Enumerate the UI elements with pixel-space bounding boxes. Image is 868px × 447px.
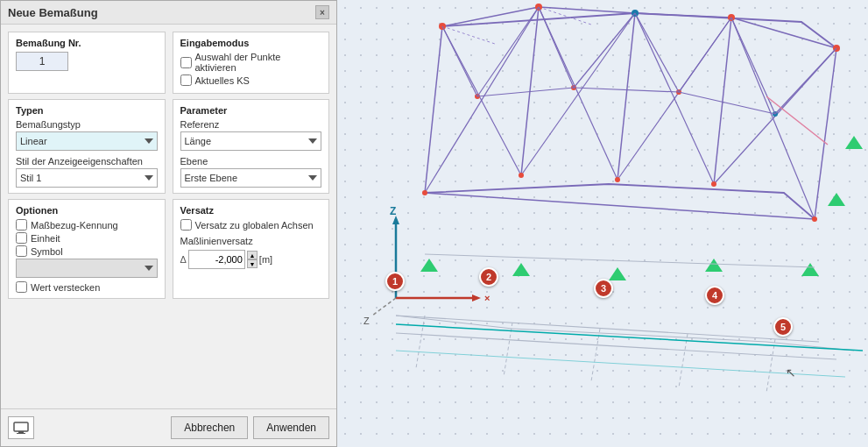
svg-point-59 — [711, 181, 716, 187]
bemassungstyp-select[interactable]: Linear — [16, 131, 158, 151]
svg-marker-50 — [845, 136, 863, 149]
wert-label: Wert verstecken — [31, 282, 100, 293]
svg-line-69 — [635, 13, 679, 92]
svg-line-77 — [425, 254, 815, 267]
versatz-checkbox-row: Versatz zu globalen Achsen — [180, 219, 322, 231]
svg-point-57 — [519, 173, 524, 178]
svg-line-20 — [521, 13, 635, 175]
svg-marker-45 — [512, 263, 530, 276]
versatz-input-wrap: Δ ▲ ▼ [m] — [180, 250, 322, 269]
wert-row: Wert verstecken — [16, 281, 158, 293]
svg-line-75 — [679, 92, 775, 114]
screen-icon — [13, 422, 29, 434]
numbered-point-1: 1 — [385, 272, 405, 291]
svg-line-70 — [679, 18, 731, 92]
close-button[interactable]: × — [315, 5, 329, 19]
eingabemodus-label: Eingabemodus — [180, 38, 322, 48]
referenz-select[interactable]: Länge — [180, 131, 322, 151]
symbol-checkbox[interactable] — [16, 245, 27, 257]
typen-label: Typen — [16, 105, 158, 116]
svg-marker-47 — [705, 259, 723, 272]
svg-line-36 — [679, 334, 688, 387]
svg-rect-2 — [17, 433, 25, 434]
masslinienlabel: Maßlinienversatz — [180, 236, 322, 246]
svg-line-66 — [477, 7, 539, 96]
dialog-body: Bemaßung Nr. Eingabemodus Auswahl der Pu… — [1, 25, 336, 408]
svg-line-27 — [635, 13, 731, 18]
numbered-point-2: 2 — [479, 267, 498, 287]
svg-marker-49 — [828, 193, 845, 206]
auswahl-row: Auswahl der Punkte aktivieren — [180, 52, 322, 73]
svg-point-56 — [422, 190, 427, 195]
svg-line-72 — [775, 48, 836, 114]
versatz-unit: [m] — [259, 254, 272, 265]
optionen-label: Optionen — [16, 205, 158, 216]
viewport: × Z Z — [337, 0, 868, 447]
parameter-label: Parameter — [180, 105, 322, 116]
versatz-section: Versatz Versatz zu globalen Achsen Maßli… — [173, 199, 330, 299]
versatz-input[interactable] — [188, 250, 245, 269]
numbered-point-4: 4 — [705, 286, 724, 305]
delta-symbol: Δ — [180, 254, 187, 265]
spin-up-button[interactable]: ▲ — [247, 251, 258, 259]
svg-line-12 — [815, 48, 836, 219]
symbol-select[interactable] — [16, 259, 158, 278]
anwenden-button[interactable]: Anwenden — [253, 416, 329, 439]
bemassungnr-input[interactable] — [16, 52, 68, 71]
stil-label: Stil der Anzeigeeigenschaften — [16, 156, 158, 167]
ebene-label: Ebene — [180, 156, 322, 167]
footer-icon-button[interactable] — [8, 416, 34, 439]
svg-line-43 — [396, 351, 845, 377]
massbezug-checkbox[interactable] — [16, 219, 27, 231]
einheit-row: Einheit — [16, 232, 158, 244]
row-bottom: Optionen Maßbezug-Kennung Einheit Symbol — [8, 199, 329, 299]
auswahl-label: Auswahl der Punkte aktivieren — [195, 52, 322, 73]
bemassungnr-label: Bemaßung Nr. — [16, 38, 158, 48]
auswahl-checkbox[interactable] — [180, 57, 192, 68]
svg-marker-46 — [609, 267, 626, 280]
numbered-point-3: 3 — [594, 279, 613, 298]
einheit-label: Einheit — [31, 233, 60, 244]
typen-section: Typen Bemaßungstyp Linear Stil der Anzei… — [8, 99, 166, 194]
svg-text:×: × — [484, 293, 490, 303]
dialog-footer: Abbrechen Anwenden — [1, 408, 336, 446]
svg-text:↖: ↖ — [786, 365, 796, 380]
footer-left — [8, 416, 34, 439]
svg-point-60 — [812, 216, 817, 222]
massbezug-row: Maßbezug-Kennung — [16, 219, 158, 231]
versatz-global-label: Versatz zu globalen Achsen — [195, 220, 314, 231]
wert-checkbox[interactable] — [16, 281, 27, 293]
svg-line-16 — [425, 193, 815, 219]
stil-select[interactable]: Stil 1 — [16, 168, 158, 188]
dialog-title: Neue Bemaßung — [8, 6, 98, 19]
spin-down-button[interactable]: ▼ — [247, 259, 258, 268]
svg-line-65 — [442, 26, 477, 96]
spin-buttons: ▲ ▼ — [247, 251, 258, 268]
aktuelles-ks-row: Aktuelles KS — [180, 74, 322, 86]
dialog-panel: Neue Bemaßung × Bemaßung Nr. Eingabemodu… — [0, 0, 337, 447]
row-middle: Typen Bemaßungstyp Linear Stil der Anzei… — [8, 99, 329, 194]
referenz-label: Referenz — [180, 119, 322, 130]
einheit-checkbox[interactable] — [16, 232, 27, 244]
svg-rect-0 — [14, 422, 28, 431]
dialog-title-bar: Neue Bemaßung × — [1, 1, 336, 25]
svg-line-76 — [766, 96, 828, 145]
svg-line-33 — [416, 316, 425, 368]
svg-marker-44 — [420, 259, 438, 272]
versatz-global-checkbox[interactable] — [180, 219, 192, 231]
svg-text:Z: Z — [390, 205, 396, 217]
aktuelles-ks-label: Aktuelles KS — [195, 75, 250, 86]
aktuelles-ks-checkbox[interactable] — [180, 74, 192, 86]
ebene-select[interactable]: Erste Ebene — [180, 168, 322, 188]
abbrechen-button[interactable]: Abbrechen — [171, 416, 248, 439]
close-icon: × — [320, 8, 325, 18]
svg-point-58 — [615, 177, 620, 182]
svg-line-73 — [477, 88, 574, 96]
svg-line-31 — [396, 316, 819, 342]
svg-line-37 — [766, 339, 775, 393]
bemassungstyp-label: Bemaßungstyp — [16, 119, 158, 130]
row-top: Bemaßung Nr. Eingabemodus Auswahl der Pu… — [8, 32, 329, 94]
svg-text:Z: Z — [363, 316, 370, 326]
parameter-section: Parameter Referenz Länge Ebene Erste Ebe… — [173, 99, 330, 194]
eingabemodus-section: Eingabemodus Auswahl der Punkte aktivier… — [173, 32, 330, 94]
